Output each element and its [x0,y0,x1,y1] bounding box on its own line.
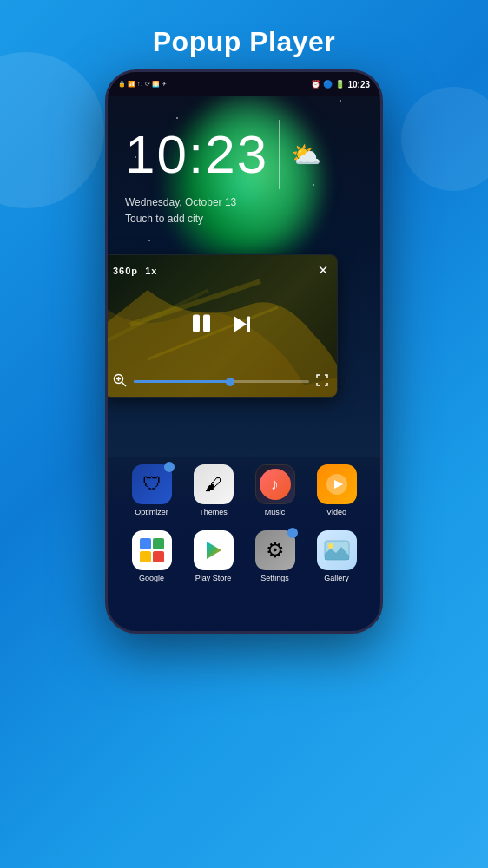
lock-date: Wednesday, October 13 Touch to add city [125,194,321,227]
progress-fill [134,380,230,383]
app-item-optimizer[interactable]: 🛡 Optimizer [126,464,178,516]
optimizer-badge [164,462,175,472]
settings-badge [287,528,298,538]
app-item-google[interactable]: Google [126,530,178,582]
music-icon: ♪ [255,464,295,504]
svg-line-8 [122,383,127,387]
app-row-1: 🛡 Optimizer 🖌 Themes ♪ [108,457,380,523]
app-row-2: Google [108,523,380,589]
app-item-video[interactable]: Video [311,464,363,516]
svg-rect-4 [203,314,210,332]
popup-quality-label: 360p 1x [113,266,157,276]
bg-decoration-left [0,52,104,208]
next-button[interactable] [231,313,252,339]
popup-close-button[interactable]: × [318,260,328,280]
home-screen: 🛡 Optimizer 🖌 Themes ♪ [108,457,380,631]
settings-icon: ⚙ [255,530,295,570]
google-label: Google [139,574,164,582]
gallery-svg [324,540,350,561]
zoom-in-icon[interactable] [113,373,127,390]
google-grid [140,538,164,562]
popup-player-bottom [113,373,328,390]
gear-icon: ⚙ [266,538,285,562]
pause-button[interactable] [189,311,214,341]
phone-mockup: 🔒 📶 ↑↓ ⟳ 🌅 ✈ ⏰ 🔵 🔋 10:23 [105,69,383,634]
lock-time: 10:23 [125,128,268,181]
page-title: Popup Player [0,0,488,58]
popup-player-controls [189,311,252,341]
svg-marker-5 [234,316,247,332]
video-label: Video [326,508,346,516]
app-item-gallery[interactable]: Gallery [311,530,363,582]
app-item-themes[interactable]: 🖌 Themes [188,464,240,516]
playstore-svg [202,539,225,562]
lock-divider [279,120,280,189]
popup-player[interactable]: 360p 1x × [108,254,338,398]
gallery-label: Gallery [324,574,349,582]
battery-icon: 🔋 [335,80,345,89]
status-bar-left: 🔒 📶 ↑↓ ⟳ 🌅 ✈ [118,81,167,88]
google-icon [132,530,172,570]
optimizer-label: Optimizer [135,508,168,516]
status-bar-right: ⏰ 🔵 🔋 10:23 [311,80,370,89]
lock-screen-info: 10:23 ⛅ Wednesday, October 13 Touch to a… [125,120,321,227]
fullscreen-icon[interactable] [316,374,328,389]
music-note: ♪ [260,469,291,500]
status-time: 10:23 [347,80,370,89]
svg-rect-3 [193,314,200,332]
phone-screen: 🔒 📶 ↑↓ ⟳ 🌅 ✈ ⏰ 🔵 🔋 10:23 [108,72,380,631]
playstore-label: Play Store [195,574,232,582]
playstore-icon [194,530,234,570]
bluetooth-icon: 🔵 [323,80,333,89]
gallery-icon [317,530,357,570]
themes-label: Themes [199,508,228,516]
status-icons-left: 🔒 📶 ↑↓ ⟳ 🌅 ✈ [118,81,167,88]
popup-player-header: 360p 1x × [113,260,328,280]
svg-marker-13 [207,542,221,559]
app-item-playstore[interactable]: Play Store [188,530,240,582]
weather-icon: ⛅ [291,141,321,169]
themes-brush: 🖌 [205,475,222,495]
svg-rect-6 [247,316,250,332]
app-item-music[interactable]: ♪ Music [249,464,301,516]
video-play-icon [326,473,348,496]
bg-decoration-right [401,87,488,191]
svg-point-15 [328,543,333,549]
progress-bar[interactable] [134,380,309,383]
phone-body: 🔒 📶 ↑↓ ⟳ 🌅 ✈ ⏰ 🔵 🔋 10:23 [105,69,383,634]
video-icon [317,464,357,504]
app-item-settings[interactable]: ⚙ Settings [249,530,301,582]
settings-label: Settings [260,574,289,582]
music-label: Music [265,508,286,516]
themes-icon: 🖌 [194,464,234,504]
alarm-icon: ⏰ [311,80,320,89]
optimizer-icon: 🛡 [132,464,172,504]
optimizer-shield: 🛡 [142,473,162,496]
progress-thumb [226,378,234,386]
phone-notch [209,72,279,81]
